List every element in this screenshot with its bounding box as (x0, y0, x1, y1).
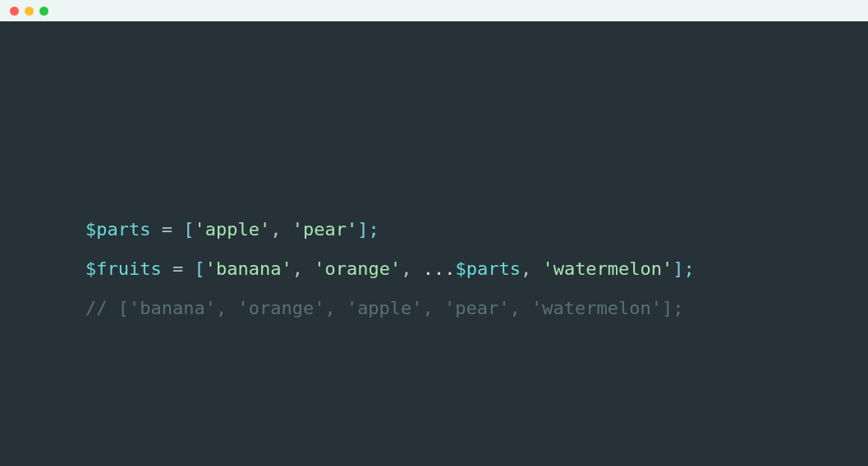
token-bracket: [ (183, 219, 194, 240)
token-string: 'pear' (292, 219, 357, 240)
token-operator: = (162, 258, 195, 279)
token-comma: , (292, 258, 315, 279)
code-line-3: // ['banana', 'orange', 'apple', 'pear',… (85, 289, 868, 328)
token-comma: , (401, 258, 423, 279)
token-string: 'orange' (314, 258, 401, 279)
maximize-icon[interactable] (39, 7, 48, 16)
editor-pane: $parts = ['apple', 'pear']; $fruits = ['… (0, 21, 868, 466)
token-spread: ... (423, 258, 456, 279)
minimize-icon[interactable] (25, 7, 34, 16)
token-string: 'watermelon' (542, 258, 673, 279)
token-comma: , (521, 258, 543, 279)
token-variable: $parts (85, 219, 150, 240)
token-string: 'apple' (194, 219, 270, 240)
token-comment: // ['banana', 'orange', 'apple', 'pear',… (85, 298, 683, 318)
token-string: 'banana' (205, 258, 292, 279)
token-comma: , (270, 219, 292, 240)
token-variable: $fruits (85, 258, 162, 279)
titlebar (0, 0, 868, 21)
token-bracket: ]; (357, 219, 379, 240)
token-bracket: ]; (673, 258, 695, 279)
token-variable: $parts (455, 258, 520, 279)
code-window: $parts = ['apple', 'pear']; $fruits = ['… (0, 0, 868, 466)
token-operator: = (150, 219, 183, 240)
code-line-1: $parts = ['apple', 'pear']; (85, 210, 868, 249)
token-bracket: [ (194, 258, 204, 279)
code-line-2: $fruits = ['banana', 'orange', ...$parts… (85, 249, 868, 289)
close-icon[interactable] (10, 7, 19, 16)
